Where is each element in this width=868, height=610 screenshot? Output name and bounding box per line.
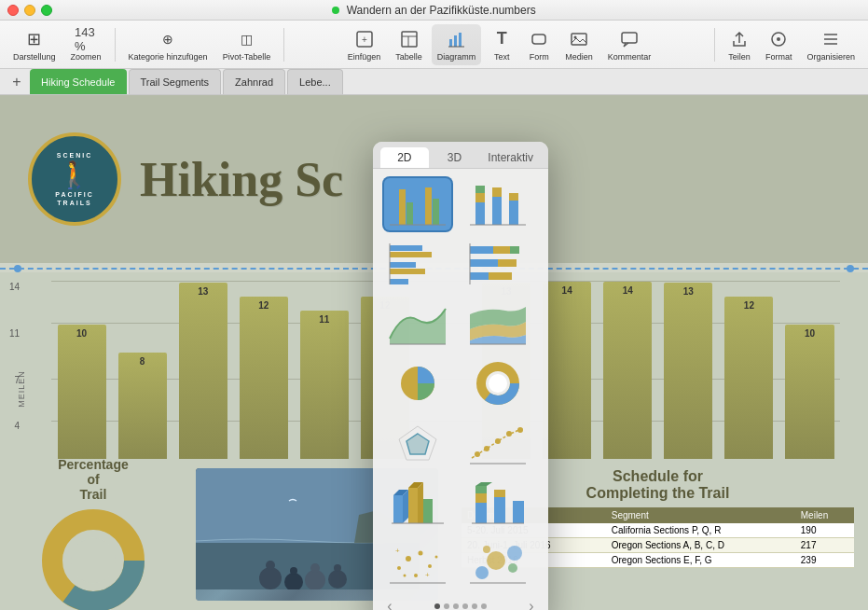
popup-next-button[interactable]: › <box>522 598 541 610</box>
svg-point-95 <box>435 556 438 559</box>
minimize-button[interactable] <box>24 5 35 16</box>
svg-rect-77 <box>408 488 418 523</box>
chart-type-scatter[interactable] <box>464 417 531 469</box>
svg-rect-41 <box>492 197 502 225</box>
svg-rect-84 <box>475 486 487 493</box>
svg-rect-32 <box>399 189 406 225</box>
close-button[interactable] <box>7 5 19 16</box>
popup-chart-grid: + + <box>373 169 548 598</box>
toolbar-diagramm[interactable]: Diagramm <box>432 24 482 65</box>
toolbar-format[interactable]: Format <box>760 24 798 65</box>
maximize-button[interactable] <box>41 5 52 16</box>
svg-point-71 <box>506 431 512 437</box>
einfuegen-label: Einfügen <box>348 52 381 62</box>
toolbar-kategorie[interactable]: ⊕ Kategorie hinzufügen <box>123 24 214 65</box>
svg-point-104 <box>483 546 490 553</box>
chart-type-bar-h-stacked[interactable] <box>464 238 531 290</box>
logo-line2: PACIFIC <box>55 190 93 199</box>
logo: SCENIC 🚶 PACIFIC TRAILS <box>28 132 121 226</box>
cell-segment-2: Oregon Sections E, F, G <box>606 553 795 568</box>
popup-tab-2d[interactable]: 2D <box>380 147 429 168</box>
bar-4: 11 <box>300 311 349 464</box>
bar-12: 10 <box>785 325 834 464</box>
pie-chart <box>42 509 145 610</box>
toolbar-pivot[interactable]: ◫ Pivot-Tabelle <box>217 24 277 65</box>
toolbar-zoomen[interactable]: 143 % Zoomen <box>65 24 107 65</box>
tab-lebe[interactable]: Lebe... <box>287 69 343 94</box>
svg-rect-48 <box>390 262 416 268</box>
popup-tab-3d[interactable]: 3D <box>431 147 479 168</box>
bar-2: 13 <box>179 283 227 464</box>
toolbar-separator-3 <box>714 28 715 62</box>
chart-type-3d-bar-a[interactable] <box>384 477 451 529</box>
svg-text:+: + <box>362 35 367 45</box>
bar-10: 13 <box>664 283 712 464</box>
bar-group-10: 13 S <box>658 282 719 478</box>
chart-type-bar-stacked[interactable] <box>464 178 531 230</box>
selection-handle-left[interactable] <box>14 265 21 272</box>
svg-rect-38 <box>475 202 485 225</box>
col-meilen: Meilen <box>795 507 854 523</box>
chart-type-area-stacked[interactable] <box>464 298 531 350</box>
kommentar-icon <box>618 28 641 50</box>
toolbar-darstellung[interactable]: ⊞ Darstellung <box>7 24 62 65</box>
selection-handle-right[interactable] <box>847 265 854 272</box>
chart-type-3d-bar-b[interactable] <box>464 477 531 529</box>
svg-rect-88 <box>513 501 524 523</box>
tab-zahnrad[interactable]: Zahnrad <box>223 69 285 94</box>
chart-type-area[interactable] <box>384 298 451 350</box>
chart-type-bubble[interactable]: + + <box>384 536 451 589</box>
svg-point-30 <box>334 564 341 572</box>
toolbar-einfuegen[interactable]: + Einfügen <box>342 24 387 65</box>
window-controls <box>7 5 52 16</box>
popup-prev-button[interactable]: ‹ <box>380 598 399 610</box>
svg-point-102 <box>508 563 517 573</box>
toolbar-text[interactable]: T Text <box>485 24 518 65</box>
toolbar-separator-1 <box>115 28 116 62</box>
darstellung-icon: ⊞ <box>23 28 46 50</box>
chart-type-bar-h-grouped[interactable] <box>384 238 451 290</box>
toolbar-kommentar[interactable]: Kommentar <box>602 24 657 65</box>
chart-type-radar[interactable] <box>384 417 451 469</box>
toolbar-organisieren[interactable]: Organisieren <box>801 24 861 65</box>
toolbar-medien[interactable]: Medien <box>559 24 599 65</box>
toolbar-teilen[interactable]: Teilen <box>723 24 756 65</box>
svg-point-94 <box>428 564 432 568</box>
chart-type-donut[interactable] <box>464 357 531 409</box>
bar-label-10: 13 <box>683 286 694 297</box>
pie-title-line3: Trail <box>58 487 128 502</box>
popup-dots <box>399 603 522 609</box>
format-icon <box>767 28 790 50</box>
chart-type-bar-grouped[interactable] <box>384 178 451 230</box>
popup-dot-3 <box>462 603 468 609</box>
svg-point-23 <box>259 567 282 589</box>
tab-trail-segments[interactable]: Trail Segments <box>129 69 222 94</box>
svg-point-20 <box>71 538 116 583</box>
svg-rect-40 <box>475 186 485 193</box>
tab-hiking-schedule[interactable]: Hiking Schedule <box>30 69 127 94</box>
pivot-icon: ◫ <box>235 28 257 50</box>
saved-status-dot <box>332 7 339 14</box>
svg-marker-79 <box>418 482 423 523</box>
toolbar-tabelle[interactable]: Tabelle <box>390 24 428 65</box>
y-label-14: 14 <box>9 282 20 292</box>
popup-tab-interaktiv[interactable]: Interaktiv <box>480 147 541 168</box>
chart-type-popup: 2D 3D Interaktiv <box>373 142 548 610</box>
chart-type-pie[interactable] <box>384 357 451 409</box>
diagramm-label: Diagramm <box>437 52 476 62</box>
svg-rect-44 <box>509 193 518 201</box>
svg-rect-74 <box>393 495 403 523</box>
svg-rect-54 <box>510 246 519 254</box>
svg-rect-83 <box>475 493 487 503</box>
svg-rect-33 <box>406 202 413 225</box>
svg-point-68 <box>475 451 480 457</box>
popup-dot-2 <box>453 603 459 609</box>
kommentar-label: Kommentar <box>608 52 652 62</box>
pie-title-line2: of <box>58 472 128 487</box>
popup-tabs: 2D 3D Interaktiv <box>373 142 548 169</box>
chart-type-dot[interactable] <box>464 536 531 589</box>
svg-point-93 <box>419 551 423 556</box>
add-tab-button[interactable]: + <box>6 69 28 94</box>
toolbar-form[interactable]: Form <box>522 24 556 65</box>
text-label: Text <box>494 52 510 62</box>
